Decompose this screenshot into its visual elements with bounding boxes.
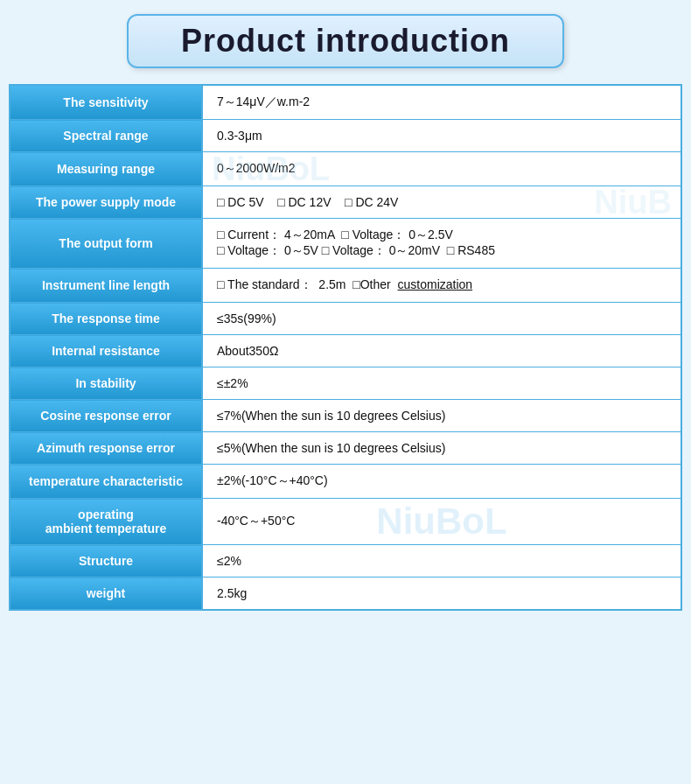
label-power: The power supply mode [10, 186, 202, 219]
value-cosine: ≤7%(When the sun is 10 degrees Celsius) [202, 400, 681, 432]
value-instrument-line: □ The standard： 2.5m □Other customizatio… [202, 269, 681, 303]
label-response-time: The response time [10, 303, 202, 335]
watermark-right: NiuB [594, 184, 672, 221]
label-cosine: Cosine response error [10, 400, 202, 432]
label-stability: In stability [10, 368, 202, 400]
watermark-left: NiuBoL [212, 150, 330, 188]
table-row: temperature characteristic ±2%(-10°C～+40… [10, 465, 681, 499]
label-azimuth: Azimuth response error [10, 432, 202, 465]
label-measuring: Measuring range [10, 152, 202, 186]
label-ambient-temp: operating ambient temperature [10, 499, 202, 545]
label-internal-resistance: Internal resistance [10, 335, 202, 368]
value-azimuth: ≤5%(When the sun is 10 degrees Celsius) [202, 432, 681, 465]
table-row: Measuring range 0～2000W/m2 NiuBoL [10, 152, 681, 186]
value-response-time: ≤35s(99%) [202, 303, 681, 335]
table-row: The output form □ Current： 4～20mA □ Volt… [10, 219, 681, 269]
table-row: Internal resistance About350Ω [10, 335, 681, 368]
page-container: Product introduction The sensitivity 7～1… [9, 9, 682, 611]
table-row: The power supply mode □ DC 5V □ DC 12V □… [10, 186, 681, 219]
value-weight: 2.5kg [202, 578, 681, 611]
value-sensitivity: 7～14μV／w.m-2 [202, 85, 681, 120]
label-weight: weight [10, 578, 202, 611]
value-measuring: 0～2000W/m2 NiuBoL [202, 152, 681, 186]
value-power: □ DC 5V □ DC 12V □ DC 24V NiuB [202, 186, 681, 219]
label-sensitivity: The sensitivity [10, 85, 202, 120]
page-title: Product introduction [181, 23, 510, 59]
label-temp-characteristic: temperature characteristic [10, 465, 202, 499]
label-spectral: Spectral range [10, 120, 202, 152]
value-ambient-temp: -40°C～+50°C NiuBoL [202, 499, 681, 545]
table-row: Spectral range 0.3-3μm [10, 120, 681, 152]
table-row: Structure ≤2% [10, 545, 681, 578]
table-row: In stability ≤±2% [10, 368, 681, 400]
table-row: The response time ≤35s(99%) [10, 303, 681, 335]
value-structure: ≤2% [202, 545, 681, 578]
label-output: The output form [10, 219, 202, 269]
title-box: Product introduction [127, 14, 564, 68]
label-structure: Structure [10, 545, 202, 578]
label-instrument-line: Instrument line length [10, 269, 202, 303]
value-output: □ Current： 4～20mA □ Voltage： 0～2.5V □ Vo… [202, 219, 681, 269]
table-row: Azimuth response error ≤5%(When the sun … [10, 432, 681, 465]
title-container: Product introduction [9, 9, 682, 74]
watermark-center: NiuBoL [376, 500, 506, 542]
value-internal-resistance: About350Ω [202, 335, 681, 368]
table-row: The sensitivity 7～14μV／w.m-2 [10, 85, 681, 120]
table-row: Instrument line length □ The standard： 2… [10, 269, 681, 303]
spec-table: The sensitivity 7～14μV／w.m-2 Spectral ra… [9, 84, 682, 611]
table-row: Cosine response error ≤7%(When the sun i… [10, 400, 681, 432]
value-stability: ≤±2% [202, 368, 681, 400]
value-spectral: 0.3-3μm [202, 120, 681, 152]
table-row: weight 2.5kg [10, 578, 681, 611]
value-temp-characteristic: ±2%(-10°C～+40°C) [202, 465, 681, 499]
table-row: operating ambient temperature -40°C～+50°… [10, 499, 681, 545]
